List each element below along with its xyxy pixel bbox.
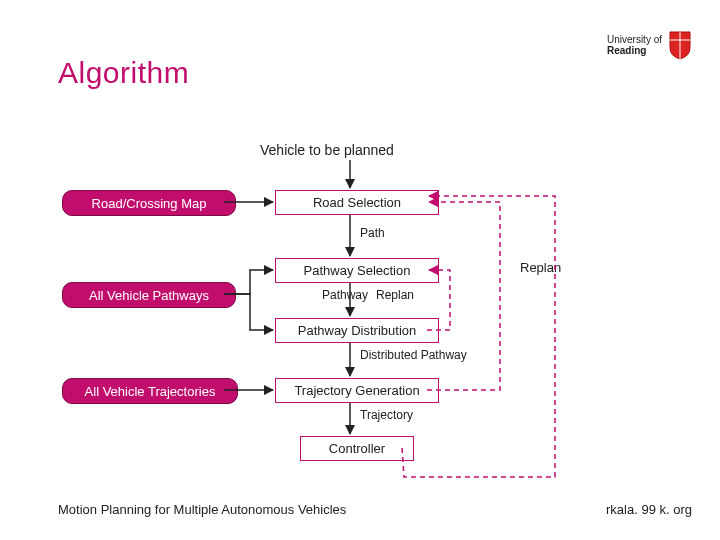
page-title: Algorithm [58,56,189,90]
edge-label-distributed: Distributed Pathway [360,348,467,362]
logo-text: University ofReading [607,34,662,56]
input-road-crossing-map: Road/Crossing Map [62,190,236,216]
edge-label-trajectory: Trajectory [360,408,413,422]
box-road-selection: Road Selection [275,190,439,215]
input-all-vehicle-pathways: All Vehicle Pathways [62,282,236,308]
replan-label: Replan [520,260,561,275]
edge-label-path: Path [360,226,385,240]
edge-label-replan-inner: Replan [376,288,414,302]
box-trajectory-generation: Trajectory Generation [275,378,439,403]
university-logo: University ofReading [607,30,692,60]
diagram-input-top: Vehicle to be planned [260,142,394,158]
box-pathway-selection: Pathway Selection [275,258,439,283]
input-all-vehicle-trajectories: All Vehicle Trajectories [62,378,238,404]
shield-icon [668,30,692,60]
edge-label-pathway: Pathway [322,288,368,302]
footer-left: Motion Planning for Multiple Autonomous … [58,502,346,517]
box-controller: Controller [300,436,414,461]
footer-right: rkala. 99 k. org [606,502,692,517]
box-pathway-distribution: Pathway Distribution [275,318,439,343]
